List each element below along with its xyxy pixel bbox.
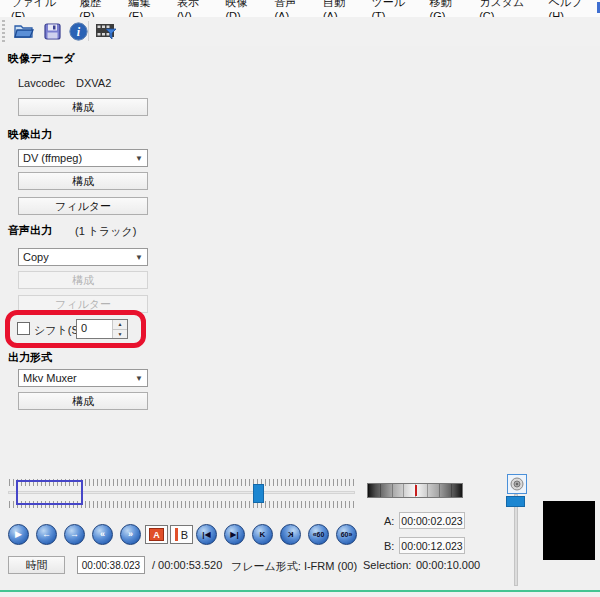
- back-fast-button[interactable]: «: [92, 524, 113, 545]
- volume-icon[interactable]: [507, 474, 527, 494]
- muxer-value: Mkv Muxer: [23, 372, 77, 384]
- forward-one-minute-button[interactable]: 60»: [336, 524, 357, 545]
- next-keyframe-button[interactable]: K: [280, 524, 301, 545]
- forward-fast-button[interactable]: »: [120, 524, 141, 545]
- toolbar-separator: [88, 21, 89, 41]
- go-to-start-button[interactable]: |◀: [196, 524, 217, 545]
- previous-frame-button[interactable]: ←: [36, 524, 57, 545]
- volume-slider-track[interactable]: [514, 494, 518, 586]
- audio-configure-button: 構成: [18, 271, 148, 289]
- selection-label: Selection:: [363, 559, 411, 571]
- save-icon[interactable]: [40, 20, 64, 42]
- marker-b-time-field: 00:00:12.023: [399, 537, 465, 554]
- shift-spinbox[interactable]: 0 ▲ ▼: [76, 319, 128, 339]
- marker-a-label: A:: [384, 515, 394, 527]
- shift-checkbox[interactable]: [17, 322, 30, 335]
- menu-bar: ファイル(F) 履歴(R) 編集(E) 表示(V) 映像(D) 音声(A) 自動…: [0, 0, 600, 17]
- current-time-input[interactable]: 00:00:38.023: [77, 556, 145, 574]
- selection-duration: 00:00:10.000: [416, 559, 480, 571]
- marker-b-button[interactable]: B: [170, 525, 193, 544]
- chevron-down-icon: ▼: [135, 154, 143, 163]
- volume-slider-handle[interactable]: [506, 496, 525, 507]
- decoder-accel-label: DXVA2: [76, 77, 111, 89]
- previous-keyframe-button[interactable]: K: [252, 524, 273, 545]
- marker-b-bar-icon: [175, 528, 178, 541]
- marker-a-button[interactable]: A: [145, 525, 168, 544]
- muxer-select[interactable]: Mkv Muxer ▼: [18, 369, 148, 387]
- video-filter-button[interactable]: フィルター: [18, 197, 148, 215]
- chevron-down-icon: ▼: [135, 374, 143, 383]
- video-output-title: 映像出力: [8, 127, 52, 142]
- format-configure-button[interactable]: 構成: [18, 392, 148, 410]
- marker-b-label: B:: [384, 540, 394, 552]
- decoder-codec-label: Lavcodec: [18, 77, 65, 89]
- spin-down-icon[interactable]: ▼: [113, 330, 127, 339]
- video-preview-box: [543, 501, 595, 560]
- timeline-selection-rect: [16, 480, 83, 505]
- toolbar-grip[interactable]: [2, 20, 5, 42]
- total-time-label: / 00:00:53.520: [152, 559, 222, 571]
- output-format-title: 出力形式: [8, 350, 52, 365]
- marker-a-icon: A: [149, 528, 164, 541]
- jog-shuttle-wheel[interactable]: [367, 483, 463, 498]
- go-to-end-button[interactable]: ▶|: [224, 524, 245, 545]
- main-toolbar: i: [0, 17, 600, 46]
- video-configure-button[interactable]: 構成: [18, 172, 148, 190]
- open-file-icon[interactable]: [12, 20, 36, 42]
- avidemux-window: ファイル(F) 履歴(R) 編集(E) 表示(V) 映像(D) 音声(A) 自動…: [0, 0, 600, 597]
- play-button[interactable]: ▶: [8, 524, 29, 545]
- frame-type-label: フレーム形式: I-FRM (00): [231, 559, 357, 574]
- audio-output-title: 音声出力: [8, 223, 52, 238]
- spin-up-icon[interactable]: ▲: [113, 320, 127, 330]
- video-codec-value: DV (ffmpeg): [23, 152, 82, 164]
- info-icon[interactable]: i: [66, 20, 90, 42]
- back-one-minute-button[interactable]: «60: [308, 524, 329, 545]
- audio-filter-button: フィルター: [18, 295, 148, 313]
- marker-a-time-field: 00:00:02.023: [399, 512, 465, 529]
- chevron-down-icon: ▼: [135, 253, 143, 262]
- audio-codec-select[interactable]: Copy ▼: [18, 248, 148, 266]
- decoder-configure-button[interactable]: 構成: [18, 98, 148, 116]
- video-decoder-title: 映像デコーダ: [8, 51, 75, 66]
- video-codec-select[interactable]: DV (ffmpeg) ▼: [18, 149, 148, 167]
- shift-value[interactable]: 0: [77, 320, 112, 338]
- jog-center-mark: [415, 485, 417, 496]
- bottom-accent-line: [0, 590, 600, 592]
- audio-codec-value: Copy: [23, 251, 49, 263]
- timeline-slider-handle[interactable]: [253, 484, 264, 503]
- spin-arrows: ▲ ▼: [112, 320, 127, 338]
- time-mode-button[interactable]: 時間: [8, 556, 65, 574]
- marker-b-icon: B: [181, 529, 188, 541]
- video-filter-icon[interactable]: [94, 20, 118, 42]
- next-frame-button[interactable]: →: [64, 524, 85, 545]
- audio-tracks-label: (1 トラック): [75, 224, 137, 239]
